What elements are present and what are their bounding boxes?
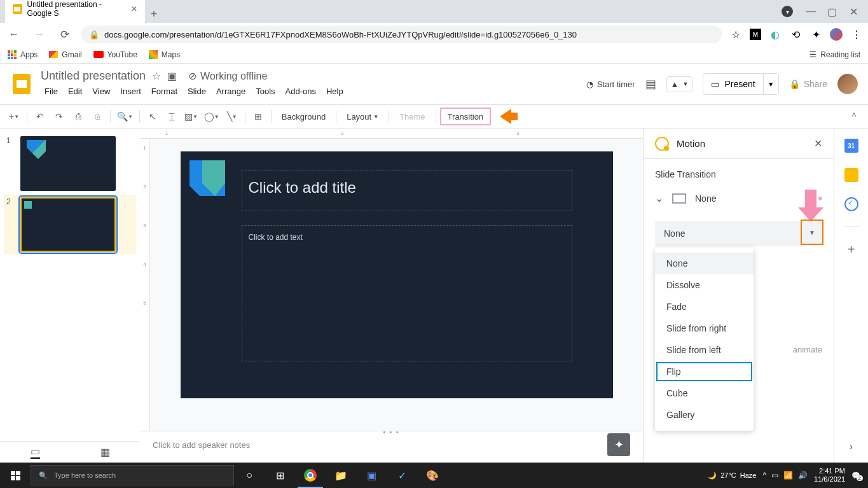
select-box[interactable]: None bbox=[655, 221, 822, 246]
select-tool[interactable]: ↖ bbox=[144, 108, 162, 125]
maximize-icon[interactable]: ▢ bbox=[827, 6, 836, 18]
notifications-icon[interactable]: 💬2 bbox=[851, 471, 860, 480]
option-gallery[interactable]: Gallery bbox=[655, 404, 754, 426]
option-fade[interactable]: Fade bbox=[655, 296, 754, 317]
explorer-task-icon[interactable]: 📁 bbox=[326, 463, 356, 488]
ext-2-icon[interactable]: ◐ bbox=[769, 28, 782, 41]
youtube-bookmark[interactable]: YouTube bbox=[93, 50, 137, 59]
grid-view-icon[interactable]: ▦ bbox=[100, 446, 110, 458]
chrome-task-icon[interactable] bbox=[295, 463, 326, 488]
title-placeholder[interactable]: Click to add title bbox=[242, 171, 572, 211]
chrome-menu-icon[interactable]: ⋮ bbox=[850, 28, 863, 41]
document-title[interactable]: Untitled presentation bbox=[41, 69, 146, 83]
paint-task-icon[interactable]: 🎨 bbox=[417, 463, 448, 488]
menu-format[interactable]: Format bbox=[148, 84, 181, 99]
select-dropdown-trigger[interactable]: ▼ bbox=[801, 220, 823, 245]
present-button[interactable]: ▭ Present ▼ bbox=[703, 73, 778, 95]
undo-button[interactable]: ↶ bbox=[31, 108, 49, 125]
menu-tools[interactable]: Tools bbox=[252, 84, 279, 99]
battery-icon[interactable]: ▭ bbox=[771, 471, 778, 480]
paint-format-button[interactable]: ⟃ bbox=[88, 108, 106, 125]
back-button[interactable]: ← bbox=[5, 25, 23, 43]
menu-addons[interactable]: Add-ons bbox=[282, 84, 320, 99]
profile-avatar[interactable] bbox=[830, 28, 843, 41]
body-placeholder[interactable]: Click to add text bbox=[242, 225, 572, 361]
start-timer-button[interactable]: ◔ Start timer bbox=[586, 80, 635, 89]
filmstrip-view-icon[interactable]: ▭ bbox=[31, 445, 40, 459]
forward-button[interactable]: → bbox=[31, 25, 48, 43]
new-slide-button[interactable]: +▼ bbox=[5, 108, 23, 125]
background-button[interactable]: Background bbox=[275, 108, 332, 125]
redo-button[interactable]: ↷ bbox=[50, 108, 68, 125]
reload-button[interactable]: ⟳ bbox=[56, 25, 74, 43]
transition-select[interactable]: None ▼ None Dissolve Fade Slide from rig… bbox=[655, 221, 822, 246]
keep-icon[interactable] bbox=[844, 168, 858, 182]
extensions-icon[interactable]: ✦ bbox=[809, 28, 822, 41]
comments-icon[interactable]: ▤ bbox=[645, 77, 656, 91]
app-task-icon-1[interactable]: ▣ bbox=[356, 463, 387, 488]
menu-arrange[interactable]: Arrange bbox=[212, 84, 249, 99]
slide-thumb-2[interactable]: 2 bbox=[4, 195, 136, 254]
print-button[interactable]: ⎙ bbox=[69, 108, 87, 125]
close-window-icon[interactable]: ✕ bbox=[849, 6, 858, 18]
maps-bookmark[interactable]: Maps bbox=[149, 50, 180, 59]
reading-list-button[interactable]: ☰ Reading list bbox=[809, 50, 860, 59]
tray-chevron-icon[interactable]: ^ bbox=[762, 471, 766, 480]
option-slide-left[interactable]: Slide from left bbox=[655, 339, 754, 361]
calendar-icon[interactable]: 31 bbox=[844, 139, 858, 153]
move-doc-icon[interactable]: ▣ bbox=[167, 70, 177, 82]
star-icon[interactable]: ☆ bbox=[729, 28, 742, 41]
taskbar-search[interactable]: 🔍 Type here to search bbox=[31, 465, 234, 485]
comment-tool[interactable]: ⊞ bbox=[249, 108, 267, 125]
wifi-icon[interactable]: 📶 bbox=[783, 471, 793, 480]
image-tool[interactable]: ▨▼ bbox=[182, 108, 200, 125]
browser-tab[interactable]: Untitled presentation - Google S ✕ bbox=[5, 0, 145, 23]
explore-button[interactable]: ✦ bbox=[607, 433, 630, 456]
option-dissolve[interactable]: Dissolve bbox=[655, 274, 754, 296]
resize-handle-icon[interactable]: • • • bbox=[383, 429, 399, 436]
menu-file[interactable]: File bbox=[41, 84, 62, 99]
zoom-button[interactable]: 🔍▼ bbox=[114, 108, 135, 125]
tasks-icon[interactable] bbox=[844, 197, 858, 211]
shape-tool[interactable]: ◯▼ bbox=[202, 108, 222, 125]
apps-shortcut[interactable]: Apps bbox=[8, 50, 38, 59]
option-cube[interactable]: Cube bbox=[655, 382, 754, 404]
minimize-icon[interactable]: — bbox=[806, 6, 815, 18]
menu-slide[interactable]: Slide bbox=[184, 84, 210, 99]
account-icon[interactable]: ▾ bbox=[782, 6, 793, 17]
menu-view[interactable]: View bbox=[88, 84, 114, 99]
layout-button[interactable]: Layout▼ bbox=[340, 108, 385, 125]
slideshow-dropdown[interactable]: ▲ ▼ bbox=[666, 76, 693, 92]
close-panel-icon[interactable]: ✕ bbox=[814, 137, 822, 150]
option-none[interactable]: None bbox=[655, 253, 754, 274]
textbox-tool[interactable]: ⌶ bbox=[163, 108, 181, 125]
slide-canvas[interactable]: Click to add title Click to add text bbox=[181, 151, 613, 398]
transition-button[interactable]: Transition bbox=[440, 108, 492, 125]
present-dropdown-icon[interactable]: ▼ bbox=[763, 74, 778, 94]
menu-help[interactable]: Help bbox=[322, 84, 347, 99]
menu-edit[interactable]: Edit bbox=[64, 84, 86, 99]
volume-icon[interactable]: 🔊 bbox=[798, 471, 808, 480]
start-button[interactable] bbox=[0, 463, 31, 488]
add-addon-icon[interactable]: + bbox=[844, 242, 858, 256]
slide-stage[interactable]: Click to add title Click to add text bbox=[150, 139, 643, 431]
slides-logo[interactable] bbox=[10, 73, 33, 95]
slide-navigator[interactable]: 1 2 ▭ ▦ bbox=[0, 129, 140, 463]
option-flip[interactable]: Flip bbox=[655, 361, 754, 382]
app-task-icon-2[interactable]: ✓ bbox=[387, 463, 417, 488]
hide-sidepanel-icon[interactable]: › bbox=[850, 441, 853, 452]
weather-widget[interactable]: 🌙 27°C Haze bbox=[708, 471, 756, 480]
theme-button[interactable]: Theme bbox=[393, 108, 431, 125]
option-slide-right[interactable]: Slide from right bbox=[655, 317, 754, 339]
user-avatar[interactable] bbox=[837, 74, 858, 94]
url-input[interactable]: 🔒 docs.google.com/presentation/d/1eGTXE6… bbox=[81, 25, 722, 43]
menu-insert[interactable]: Insert bbox=[116, 84, 145, 99]
slide-thumb-1[interactable]: 1 bbox=[6, 136, 134, 191]
ext-1-icon[interactable]: M bbox=[750, 29, 761, 40]
ext-3-icon[interactable]: ⟲ bbox=[789, 28, 802, 41]
new-tab-button[interactable]: + bbox=[145, 5, 163, 23]
speaker-notes[interactable]: • • • Click to add speaker notes ✦ bbox=[140, 431, 643, 463]
task-view-icon[interactable]: ⊞ bbox=[265, 463, 295, 488]
tab-close-icon[interactable]: ✕ bbox=[131, 4, 137, 13]
line-tool[interactable]: ╲▼ bbox=[223, 108, 241, 125]
